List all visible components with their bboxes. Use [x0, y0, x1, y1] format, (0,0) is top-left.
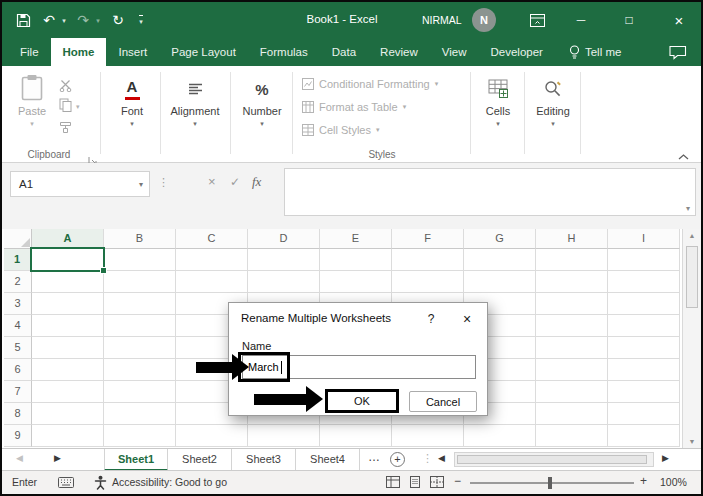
name-input[interactable]: March	[242, 355, 476, 379]
redo-dropdown[interactable]: ▾	[92, 2, 104, 38]
column-header-a[interactable]: A	[32, 229, 104, 249]
row-header[interactable]: 2	[4, 271, 32, 293]
column-header[interactable]: F	[392, 229, 464, 249]
tab-developer[interactable]: Developer	[479, 38, 555, 66]
tab-home[interactable]: Home	[51, 38, 107, 66]
column-header[interactable]: I	[608, 229, 680, 249]
tab-formulas[interactable]: Formulas	[248, 38, 320, 66]
tell-me-button[interactable]: Tell me	[559, 38, 631, 66]
redo-button[interactable]: ↷	[74, 2, 92, 38]
editing-group-button[interactable]: Editing ▾	[526, 76, 580, 128]
sheet-tab-sheet3[interactable]: Sheet3	[232, 449, 296, 471]
ok-button[interactable]: OK	[325, 389, 399, 413]
cells-icon	[488, 79, 508, 99]
column-header[interactable]: H	[536, 229, 608, 249]
column-header[interactable]: B	[104, 229, 176, 249]
number-group-button[interactable]: % Number ▾	[232, 76, 292, 128]
minimize-button[interactable]: ─	[566, 2, 596, 38]
cells-group-button[interactable]: Cells ▾	[472, 76, 524, 128]
page-break-view-button[interactable]	[430, 476, 444, 490]
row-header-1[interactable]: 1	[4, 249, 32, 271]
scroll-up-icon[interactable]: ▲	[683, 232, 701, 239]
maximize-button[interactable]: □	[614, 2, 644, 38]
row-header[interactable]: 9	[4, 425, 32, 447]
copy-dropdown-icon[interactable]: ▾	[76, 103, 80, 111]
horizontal-scroll-thumb[interactable]	[457, 455, 647, 464]
tab-file[interactable]: File	[8, 38, 51, 66]
paste-button[interactable]: Paste ▾	[10, 72, 54, 128]
cancel-button[interactable]: Cancel	[409, 391, 477, 412]
column-header[interactable]: D	[248, 229, 320, 249]
selected-cell-a1[interactable]	[30, 247, 105, 272]
undo-dropdown[interactable]: ▾	[58, 2, 70, 38]
tab-view[interactable]: View	[430, 38, 479, 66]
comments-icon[interactable]	[669, 45, 687, 64]
column-header[interactable]: G	[464, 229, 536, 249]
dialog-help-button[interactable]: ?	[419, 308, 443, 329]
vertical-scroll-thumb[interactable]	[686, 246, 698, 308]
normal-view-button[interactable]	[386, 476, 400, 490]
formula-bar-drag-handle[interactable]: ⋮	[158, 176, 169, 189]
page-layout-view-button[interactable]	[408, 476, 422, 490]
name-box-dropdown-icon[interactable]: ▾	[139, 180, 143, 189]
row-header[interactable]: 5	[4, 337, 32, 359]
dialog-close-button[interactable]: ×	[455, 308, 479, 329]
cancel-label: Cancel	[426, 396, 460, 408]
sheet-nav-prev-icon[interactable]: ◀	[16, 453, 23, 463]
sheet-tab-sheet4[interactable]: Sheet4	[296, 449, 360, 471]
sheet-tab-sheet1[interactable]: Sheet1	[104, 449, 168, 471]
hscroll-left-icon[interactable]: ◀	[438, 453, 445, 463]
horizontal-scrollbar[interactable]	[454, 452, 654, 467]
tab-page-layout[interactable]: Page Layout	[159, 38, 248, 66]
tab-insert[interactable]: Insert	[106, 38, 159, 66]
name-box[interactable]: A1 ▾	[10, 171, 150, 197]
row-header[interactable]: 7	[4, 381, 32, 403]
format-painter-button[interactable]	[59, 120, 72, 138]
format-as-table-button[interactable]: Format as Table ▾	[302, 101, 406, 113]
zoom-level[interactable]: 100%	[660, 476, 687, 488]
formula-enter-button[interactable]: ✓	[230, 175, 240, 189]
tab-data[interactable]: Data	[320, 38, 368, 66]
undo-button[interactable]: ↶	[40, 2, 58, 38]
row-header[interactable]: 4	[4, 315, 32, 337]
column-header[interactable]: C	[176, 229, 248, 249]
formula-input[interactable]: ▾	[284, 168, 696, 216]
column-header[interactable]: E	[320, 229, 392, 249]
customize-qat-button[interactable]: ▾	[132, 2, 150, 38]
alignment-group-button[interactable]: Alignment ▾	[162, 76, 228, 128]
insert-function-button[interactable]: fx	[252, 174, 261, 190]
select-all-corner[interactable]	[4, 229, 32, 249]
sheet-nav-next-icon[interactable]: ▶	[54, 453, 61, 463]
collapse-ribbon-button[interactable]	[678, 146, 689, 164]
avatar[interactable]: N	[472, 8, 496, 32]
refresh-button[interactable]: ↻	[108, 2, 128, 38]
hscroll-right-icon[interactable]: ▶	[662, 453, 669, 463]
save-button[interactable]	[10, 2, 36, 38]
ribbon-display-options-button[interactable]	[524, 2, 550, 38]
sheet-tab-sheet2[interactable]: Sheet2	[168, 449, 232, 471]
tab-splitter-handle[interactable]: ⋮	[422, 452, 433, 465]
copy-button[interactable]	[59, 98, 72, 116]
zoom-slider-thumb[interactable]	[548, 477, 552, 489]
row-header[interactable]: 8	[4, 403, 32, 425]
formula-cancel-button[interactable]: ×	[208, 174, 216, 189]
keyboard-icon[interactable]	[58, 477, 74, 490]
close-button[interactable]: ×	[662, 2, 696, 38]
account-name[interactable]: NIRMAL	[422, 14, 462, 26]
formula-bar-expand-icon[interactable]: ▾	[686, 204, 690, 213]
cell-styles-button[interactable]: Cell Styles ▾	[302, 124, 379, 136]
accessibility-status[interactable]: Accessibility: Good to go	[112, 476, 227, 488]
row-header[interactable]: 3	[4, 293, 32, 315]
conditional-formatting-button[interactable]: Conditional Formatting ▾	[302, 78, 438, 90]
font-group-button[interactable]: A Font ▾	[104, 76, 160, 128]
cut-button[interactable]	[59, 78, 72, 96]
tab-review[interactable]: Review	[368, 38, 430, 66]
scroll-down-icon[interactable]: ▼	[683, 438, 701, 445]
sheet-tabs-overflow[interactable]: …	[368, 450, 380, 464]
new-sheet-button[interactable]: +	[390, 452, 405, 467]
zoom-slider-track[interactable]	[470, 482, 634, 484]
zoom-in-button[interactable]: +	[640, 474, 647, 488]
zoom-out-button[interactable]: −	[454, 474, 461, 488]
vertical-scrollbar[interactable]: ▲ ▼	[682, 229, 701, 448]
row-header[interactable]: 6	[4, 359, 32, 381]
